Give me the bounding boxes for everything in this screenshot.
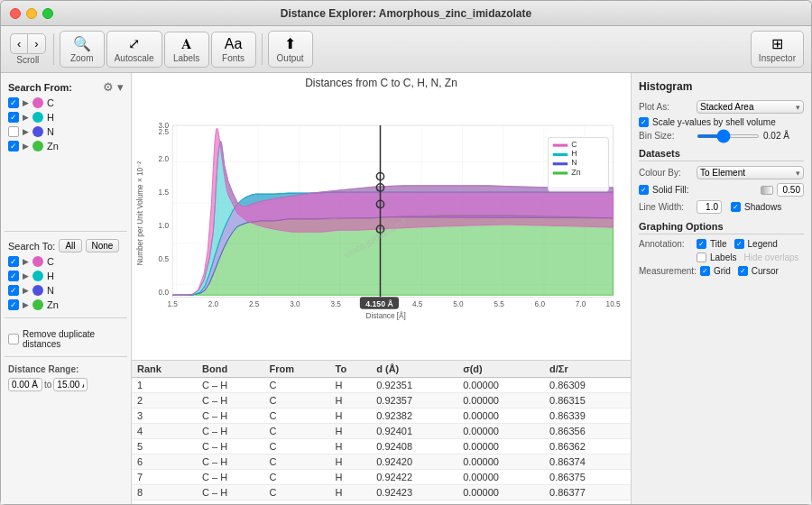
checkbox-h-to[interactable]: ✓ <box>8 271 19 281</box>
chart-area: Distances from C to C, H, N, Zn Number p… <box>132 73 631 360</box>
opacity-input[interactable] <box>777 183 804 197</box>
title-bar: Distance Explorer: Amorphous_zinc_imidaz… <box>1 1 811 26</box>
output-button[interactable]: ⬆ Output <box>268 31 313 68</box>
label-c-from: C <box>47 97 54 108</box>
table-cell: 5 <box>132 439 197 454</box>
col-from: From <box>263 361 329 378</box>
sidebar-item-n-from: ▶ N <box>5 124 127 139</box>
tri-c-to[interactable]: ▶ <box>23 257 29 266</box>
dot-c-to <box>32 256 43 267</box>
nav-back-button[interactable]: ‹ <box>10 33 27 54</box>
label-n-from: N <box>47 126 54 137</box>
col-ratio: d/Σr <box>544 361 631 378</box>
checkbox-zn-to[interactable]: ✓ <box>8 299 19 310</box>
inspector-label: Inspector <box>759 53 796 63</box>
maximize-button[interactable] <box>42 8 53 19</box>
title-checkbox[interactable]: ✓ <box>697 239 706 249</box>
checkbox-h-from[interactable]: ✓ <box>8 112 19 123</box>
sidebar-item-c-to: ✓ ▶ C <box>5 254 127 269</box>
nav-forward-button[interactable]: › <box>27 33 45 54</box>
search-to-label: Search To: <box>8 241 55 252</box>
table-cell: C – H <box>197 409 263 424</box>
table-cell: 0.92382 <box>371 409 457 424</box>
col-rank: Rank <box>132 361 197 378</box>
tri-c-from[interactable]: ▶ <box>23 98 29 107</box>
table-cell: 4 <box>132 424 197 439</box>
scroll-nav[interactable]: ‹ › Scroll <box>10 33 46 65</box>
label-h-to: H <box>47 271 54 281</box>
bin-size-slider[interactable] <box>697 134 760 138</box>
checkbox-c-to[interactable]: ✓ <box>8 256 19 267</box>
plot-as-select-wrapper[interactable]: Stacked Area Line Bar <box>697 100 804 114</box>
table-cell: 0.00000 <box>457 439 544 454</box>
scale-y-checkbox[interactable]: ✓ <box>639 117 649 127</box>
gear-button[interactable]: ⚙ ▾ <box>103 80 124 94</box>
tri-zn-to[interactable]: ▶ <box>23 300 29 309</box>
bin-size-value: 0.02 Å <box>763 131 789 141</box>
fonts-button[interactable]: Aa Fonts <box>211 32 256 68</box>
cursor-checkbox[interactable]: ✓ <box>738 266 748 276</box>
table-cell: 6 <box>132 454 197 470</box>
none-button[interactable]: None <box>86 239 120 252</box>
svg-text:4.5: 4.5 <box>412 300 423 308</box>
svg-rect-37 <box>553 171 567 174</box>
colour-by-select[interactable]: To Element From Element <box>697 166 804 179</box>
shadows-checkbox[interactable]: ✓ <box>731 202 741 212</box>
legend-checkbox[interactable]: ✓ <box>734 239 744 249</box>
table-cell: C <box>263 485 329 500</box>
dot-zn-from <box>32 141 43 152</box>
line-width-input[interactable] <box>697 200 722 214</box>
chart-svg[interactable]: Number per Unit Volume × 10⁻² 0.0 0.5 1.… <box>135 91 627 354</box>
grid-checkbox[interactable]: ✓ <box>700 266 710 276</box>
table-row: 5C – HCH0.924080.000000.86362 <box>132 439 631 454</box>
table-cell: 0.92422 <box>371 470 457 485</box>
sidebar-item-h-to: ✓ ▶ H <box>5 269 127 283</box>
table-cell: 0.92357 <box>371 393 457 409</box>
labels-button[interactable]: 𝐀 Labels <box>164 32 209 68</box>
search-from-label: Search From: <box>8 82 72 93</box>
checkbox-remove-dup[interactable] <box>8 334 19 344</box>
inspector-button[interactable]: ⊞ Inspector <box>751 31 804 68</box>
tri-n-from[interactable]: ▶ <box>23 127 29 136</box>
tri-h-to[interactable]: ▶ <box>23 271 29 280</box>
range-from-input[interactable] <box>8 378 42 391</box>
sidebar: Search From: ⚙ ▾ ✓ ▶ C ✓ ▶ H ▶ N <box>1 73 132 504</box>
tri-n-to[interactable]: ▶ <box>23 286 29 295</box>
solid-fill-checkbox[interactable]: ✓ <box>639 185 649 195</box>
output-label: Output <box>277 53 304 63</box>
colour-by-select-wrapper[interactable]: To Element From Element <box>697 166 804 179</box>
table-cell: C <box>263 378 329 393</box>
search-from-header: Search From: ⚙ ▾ <box>5 78 127 96</box>
inspector-panel: Histogram Plot As: Stacked Area Line Bar… <box>631 73 811 504</box>
table-cell: 0.86377 <box>544 485 631 500</box>
tri-zn-from[interactable]: ▶ <box>23 142 29 151</box>
remove-dup-label: Remove duplicate distances <box>23 329 124 349</box>
checkbox-c-from[interactable]: ✓ <box>8 97 19 108</box>
range-to-input[interactable] <box>53 378 88 391</box>
checkbox-n-from[interactable] <box>8 126 19 137</box>
checkbox-zn-from[interactable]: ✓ <box>8 141 19 152</box>
autoscale-button[interactable]: ⤢ Autoscale <box>106 31 162 68</box>
remove-dup-row: Remove duplicate distances <box>5 327 127 351</box>
scale-y-row: ✓ Scale y-values by shell volume <box>639 117 804 127</box>
all-button[interactable]: All <box>59 239 81 252</box>
table-cell: 0.92351 <box>371 378 457 393</box>
table-row: 2C – HCH0.923570.000000.86315 <box>132 393 631 409</box>
minimize-button[interactable] <box>26 8 37 19</box>
plot-as-select[interactable]: Stacked Area Line Bar <box>697 100 804 114</box>
scale-y-label: Scale y-values by shell volume <box>652 117 776 127</box>
svg-text:3.0: 3.0 <box>159 122 170 130</box>
tri-h-from[interactable]: ▶ <box>23 113 29 122</box>
labels-checkbox[interactable] <box>697 252 706 262</box>
close-button[interactable] <box>10 8 21 19</box>
checkbox-n-to[interactable]: ✓ <box>8 285 19 296</box>
annotation-row: Annotation: ✓ Title ✓ Legend <box>639 239 804 249</box>
table-cell: C – H <box>197 393 263 409</box>
table-area[interactable]: Rank Bond From To d (Å) σ(d) d/Σr 1C – H… <box>132 360 631 504</box>
zoom-button[interactable]: 🔍 Zoom <box>60 31 105 68</box>
table-cell: C – H <box>197 439 263 454</box>
svg-text:1.5: 1.5 <box>167 300 178 308</box>
sidebar-item-c-from: ✓ ▶ C <box>5 96 127 110</box>
label-n-to: N <box>47 285 54 296</box>
labels-row: Labels Hide overlaps <box>639 252 804 262</box>
